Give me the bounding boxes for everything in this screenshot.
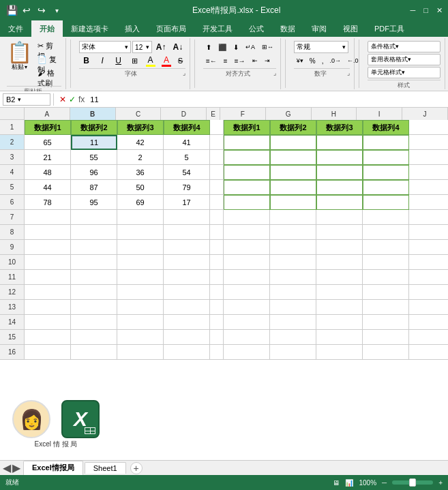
list-item[interactable] bbox=[224, 330, 270, 345]
row-number[interactable]: 16 bbox=[0, 345, 25, 360]
save-icon[interactable]: 💾 bbox=[5, 4, 18, 16]
list-item[interactable] bbox=[117, 285, 164, 300]
list-item[interactable] bbox=[71, 270, 117, 285]
insert-function-icon[interactable]: fx bbox=[78, 95, 85, 104]
list-item[interactable] bbox=[164, 330, 210, 345]
list-item[interactable] bbox=[363, 135, 409, 150]
list-item[interactable] bbox=[117, 255, 164, 270]
row-number[interactable]: 1 bbox=[0, 120, 25, 135]
table-style-button[interactable]: 套用表格格式▾ bbox=[368, 54, 440, 65]
col-header-I[interactable]: I bbox=[357, 108, 402, 120]
list-item[interactable] bbox=[270, 135, 316, 150]
list-item[interactable] bbox=[71, 345, 117, 360]
number-format-select[interactable]: 常规 ▾ bbox=[294, 41, 348, 53]
font-name-select[interactable]: 宋体 ▾ bbox=[79, 41, 131, 53]
redo-icon[interactable]: ↪ bbox=[35, 4, 48, 16]
list-item[interactable] bbox=[224, 270, 270, 285]
tab-home[interactable]: 开始 bbox=[31, 20, 63, 37]
list-item[interactable]: 数据列2 bbox=[71, 120, 117, 135]
list-item[interactable] bbox=[210, 150, 224, 165]
tab-sheet1[interactable]: Sheet1 bbox=[85, 462, 126, 474]
cancel-formula-icon[interactable]: ✕ bbox=[59, 95, 66, 104]
list-item[interactable]: 55 bbox=[71, 150, 117, 165]
list-item[interactable] bbox=[270, 225, 316, 240]
list-item[interactable] bbox=[316, 240, 363, 255]
list-item[interactable] bbox=[164, 270, 210, 285]
list-item[interactable] bbox=[270, 255, 316, 270]
list-item[interactable] bbox=[210, 225, 224, 240]
list-item[interactable] bbox=[210, 120, 224, 135]
list-item[interactable] bbox=[71, 240, 117, 255]
list-item[interactable] bbox=[224, 300, 270, 315]
list-item[interactable] bbox=[25, 270, 71, 285]
row-number[interactable]: 7 bbox=[0, 210, 25, 225]
list-item[interactable] bbox=[409, 135, 448, 150]
list-item[interactable] bbox=[363, 165, 409, 180]
list-item[interactable]: 11 bbox=[71, 135, 117, 150]
list-item[interactable]: 数据列4 bbox=[363, 120, 409, 135]
format-painter-button[interactable]: 🖌 格式刷 bbox=[35, 72, 61, 85]
list-item[interactable] bbox=[164, 225, 210, 240]
list-item[interactable] bbox=[117, 240, 164, 255]
list-item[interactable] bbox=[270, 150, 316, 165]
row-number[interactable]: 15 bbox=[0, 330, 25, 345]
list-item[interactable] bbox=[409, 315, 448, 330]
list-item[interactable] bbox=[363, 270, 409, 285]
font-expand-icon[interactable]: ⌟ bbox=[183, 70, 185, 76]
list-item[interactable] bbox=[363, 240, 409, 255]
list-item[interactable] bbox=[363, 150, 409, 165]
zoom-minus-icon[interactable]: ─ bbox=[382, 479, 387, 487]
add-sheet-button[interactable]: + bbox=[130, 462, 143, 474]
list-item[interactable]: 数据列4 bbox=[164, 120, 210, 135]
row-number[interactable]: 9 bbox=[0, 240, 25, 255]
list-item[interactable]: 数据列3 bbox=[316, 120, 363, 135]
list-item[interactable] bbox=[224, 315, 270, 330]
list-item[interactable] bbox=[409, 165, 448, 180]
paste-button[interactable]: 📋 粘贴 ▾ bbox=[7, 42, 32, 72]
list-item[interactable]: 42 bbox=[117, 135, 164, 150]
row-number[interactable]: 12 bbox=[0, 285, 25, 300]
list-item[interactable] bbox=[270, 330, 316, 345]
list-item[interactable] bbox=[25, 240, 71, 255]
border-button[interactable]: ⊞ bbox=[127, 55, 141, 67]
list-item[interactable] bbox=[210, 180, 224, 195]
col-header-H[interactable]: H bbox=[312, 108, 357, 120]
list-item[interactable] bbox=[409, 195, 448, 210]
list-item[interactable] bbox=[210, 195, 224, 210]
list-item[interactable] bbox=[316, 150, 363, 165]
list-item[interactable] bbox=[363, 210, 409, 225]
row-number[interactable]: 5 bbox=[0, 180, 25, 195]
list-item[interactable] bbox=[71, 210, 117, 225]
align-top-button[interactable]: ⬆ bbox=[203, 41, 214, 53]
list-item[interactable] bbox=[270, 270, 316, 285]
underline-button[interactable]: U bbox=[111, 55, 125, 67]
list-item[interactable] bbox=[117, 210, 164, 225]
list-item[interactable] bbox=[363, 285, 409, 300]
list-item[interactable] bbox=[117, 345, 164, 360]
list-item[interactable] bbox=[25, 210, 71, 225]
list-item[interactable] bbox=[224, 255, 270, 270]
row-number[interactable]: 13 bbox=[0, 300, 25, 315]
list-item[interactable] bbox=[409, 345, 448, 360]
list-item[interactable] bbox=[71, 225, 117, 240]
list-item[interactable] bbox=[270, 180, 316, 195]
list-item[interactable] bbox=[270, 210, 316, 225]
list-item[interactable] bbox=[71, 300, 117, 315]
list-item[interactable] bbox=[409, 270, 448, 285]
list-item[interactable] bbox=[164, 240, 210, 255]
list-item[interactable] bbox=[316, 165, 363, 180]
zoom-level[interactable]: 100% bbox=[359, 479, 376, 487]
list-item[interactable] bbox=[316, 315, 363, 330]
col-header-E[interactable]: E bbox=[207, 108, 220, 120]
row-number[interactable]: 10 bbox=[0, 255, 25, 270]
list-item[interactable] bbox=[224, 195, 270, 210]
tab-layout[interactable]: 页面布局 bbox=[148, 20, 194, 37]
row-number[interactable]: 14 bbox=[0, 315, 25, 330]
list-item[interactable]: 数据列1 bbox=[25, 120, 71, 135]
list-item[interactable]: 2 bbox=[117, 150, 164, 165]
list-item[interactable] bbox=[224, 135, 270, 150]
tab-dev[interactable]: 开发工具 bbox=[194, 20, 241, 37]
col-header-G[interactable]: G bbox=[266, 108, 312, 120]
align-center-button[interactable]: ≡ bbox=[221, 55, 230, 67]
list-item[interactable] bbox=[270, 285, 316, 300]
